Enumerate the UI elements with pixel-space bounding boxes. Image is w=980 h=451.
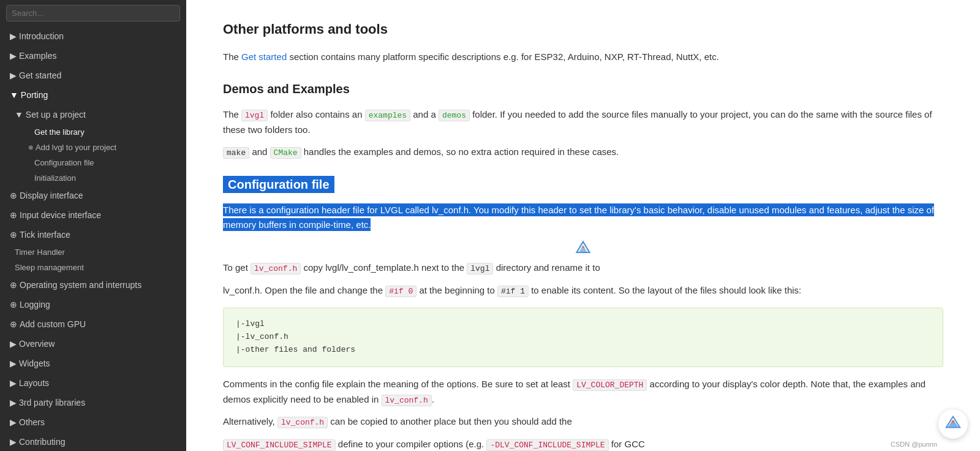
sidebar-item-label: Porting [21, 90, 48, 100]
sidebar-item-tick-interface[interactable]: ⊕ Tick interface [0, 225, 186, 244]
config-code-lv-conf-simple: LV_CONF_INCLUDE_SIMPLE [223, 439, 336, 451]
arrow-icon: ⊕ [10, 319, 17, 329]
search-input[interactable] [6, 5, 180, 21]
sidebar-item-os-interrupts[interactable]: ⊕ Operating system and interrupts [0, 275, 186, 295]
csdn-watermark: CSDN @punnn [891, 441, 937, 448]
sidebar-item-setup-project[interactable]: ▼ Set up a project [10, 105, 186, 124]
arrow-icon: ▶ [10, 417, 17, 427]
sidebar-item-layouts[interactable]: ▶ Layouts [0, 373, 186, 393]
get-started-link[interactable]: Get started [241, 51, 287, 62]
config-code-if0: #if 0 [385, 286, 417, 297]
sidebar-item-contributing[interactable]: ▶ Contributing [0, 432, 186, 451]
sidebar-item-label: Overview [19, 339, 55, 349]
sidebar-item-label: Input device interface [20, 210, 101, 220]
config-text-12: define to your compiler options (e.g. [336, 439, 487, 449]
demos-code-cmake: CMake [270, 147, 301, 159]
config-text-11: can be copied to another place but then … [328, 416, 572, 426]
sidebar-item-label: Layouts [19, 378, 49, 388]
ai-icon [575, 240, 592, 257]
demos-text-3: and a [410, 109, 439, 119]
sidebar-item-label: Display interface [20, 191, 83, 200]
sidebar-item-label: Get started [19, 70, 61, 80]
arrow-icon: ▶ [10, 398, 17, 407]
sidebar-item-get-library[interactable]: Get the library [10, 124, 186, 140]
sidebar-item-3rd-party[interactable]: ▶ 3rd party libraries [0, 393, 186, 412]
sidebar-item-label: Tick interface [20, 230, 70, 240]
arrow-icon: ▼ [15, 110, 23, 119]
arrow-icon: ▶ [10, 358, 17, 368]
sidebar-item-config-file[interactable]: Configuration file [10, 155, 186, 170]
expand-icon: ⊕ [28, 144, 33, 151]
sidebar-item-add-lvgl[interactable]: ⊕ Add lvgl to your project [10, 140, 186, 155]
demos-heading: Demos and Examples [223, 79, 943, 99]
arrow-icon: ▶ [10, 378, 17, 388]
demos-code-examples: examples [365, 110, 410, 121]
sidebar-item-label: Configuration file [34, 158, 94, 167]
sidebar-item-logging[interactable]: ⊕ Logging [0, 295, 186, 314]
config-code-lvgl-dir: lvgl [467, 263, 493, 275]
sidebar-item-label: 3rd party libraries [19, 398, 85, 407]
main-content: Other platforms and tools The Get starte… [186, 0, 980, 451]
sidebar-item-examples[interactable]: ▶ Examples [0, 46, 186, 66]
arrow-icon: ⊕ [10, 191, 17, 200]
sidebar-item-porting[interactable]: ▼ Porting [0, 85, 186, 105]
demos-code-make: make [223, 147, 249, 159]
sidebar-item-label: Sleep management [15, 263, 84, 272]
demos-paragraph-2: make and CMake handles the examples and … [223, 145, 943, 160]
sidebar-item-overview[interactable]: ▶ Overview [0, 334, 186, 354]
sidebar-item-label: Add custom GPU [20, 319, 86, 329]
sidebar-item-label: Add lvgl to your project [36, 143, 116, 152]
intro-text-before: The [223, 51, 241, 62]
config-paragraph-2: To get lv_conf.h copy lvgl/lv_conf_templ… [223, 260, 943, 276]
sidebar-item-sleep-management[interactable]: Sleep management [0, 260, 186, 275]
config-heading: Configuration file [223, 175, 943, 194]
ai-popup[interactable] [223, 240, 943, 257]
arrow-icon: ▶ [10, 70, 17, 80]
config-text-5: at the beginning to [417, 285, 497, 295]
config-text-1: To get [223, 262, 251, 273]
sidebar-item-add-custom-gpu[interactable]: ⊕ Add custom GPU [0, 314, 186, 334]
page-heading: Other platforms and tools [223, 18, 943, 40]
config-text-10: Alternatively, [223, 416, 277, 426]
sidebar-item-label: Others [19, 417, 45, 427]
search-container [0, 0, 186, 26]
arrow-icon: ⊕ [10, 230, 17, 240]
sidebar-item-display-interface[interactable]: ⊕ Display interface [0, 186, 186, 205]
config-code-color-depth: LV_COLOR_DEPTH [573, 379, 647, 391]
arrow-icon: ⊕ [10, 300, 17, 309]
sidebar-item-label: Contributing [19, 437, 66, 447]
demos-text-5: and [249, 146, 270, 157]
csdn-icon [944, 415, 962, 433]
arrow-icon: ▶ [10, 339, 17, 349]
sidebar-item-timer-handler[interactable]: Timer Handler [0, 244, 186, 260]
intro-paragraph: The Get started section contains many pl… [223, 50, 943, 64]
sidebar-item-label: Timer Handler [15, 248, 65, 257]
config-code-lvconf: lv_conf.h [251, 263, 301, 275]
config-code-dlv: -DLV_CONF_INCLUDE_SIMPLE [486, 439, 608, 451]
sidebar-item-others[interactable]: ▶ Others [0, 412, 186, 432]
config-text-6: to enable its content. So the layout of … [529, 285, 801, 295]
sidebar-item-initialization[interactable]: Initialization [10, 170, 186, 186]
demos-code-demos: demos [439, 110, 470, 121]
sidebar-item-input-device[interactable]: ⊕ Input device interface [0, 205, 186, 225]
sidebar-item-label: Logging [20, 300, 50, 309]
config-selected-text: There is a configuration header file for… [223, 203, 934, 231]
demos-text-2: folder also contains an [268, 109, 364, 119]
config-text-13: for GCC [609, 439, 645, 449]
sidebar-item-label: Widgets [19, 358, 50, 368]
config-text-9: . [432, 394, 434, 404]
sidebar-item-get-started[interactable]: ▶ Get started [0, 66, 186, 85]
config-paragraph-5: Alternatively, lv_conf.h can be copied t… [223, 414, 943, 430]
svg-point-5 [952, 420, 955, 423]
config-paragraph-3: lv_conf.h. Open the file and change the … [223, 283, 943, 298]
sidebar-item-label: Operating system and interrupts [20, 280, 141, 290]
config-text-4: lv_conf.h. Open the file and change the [223, 285, 385, 295]
sidebar-item-widgets[interactable]: ▶ Widgets [0, 354, 186, 373]
svg-point-2 [582, 246, 584, 248]
config-heading-text: Configuration file [223, 176, 334, 193]
sidebar-subgroup-setup: ▼ Set up a project Get the library ⊕ Add… [0, 105, 186, 186]
config-code-lvconf3: lv_conf.h [277, 417, 328, 428]
csdn-badge[interactable] [938, 409, 968, 439]
demos-text-1: The [223, 109, 241, 119]
sidebar-item-introduction[interactable]: ▶ Introduction [0, 26, 186, 46]
